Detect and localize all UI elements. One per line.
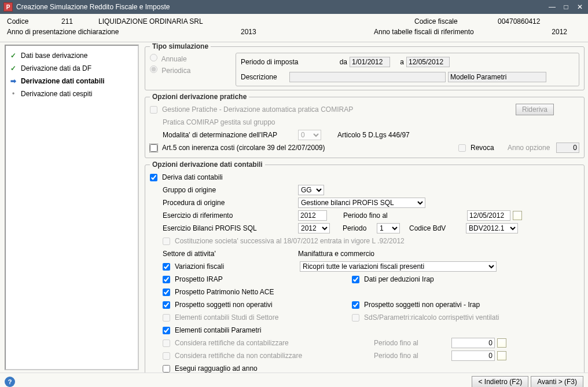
prospetto-ace-label: Prospetto Patrimonio Netto ACE	[175, 288, 274, 296]
prospetto-nonop-irap-checkbox[interactable]	[352, 301, 359, 309]
descrizione-label: Descrizione	[241, 73, 287, 81]
rett-noncont-label: Considera rettifiche da non contabilizza…	[175, 352, 372, 360]
esercizio-bil-select[interactable]: 2012	[298, 223, 330, 233]
prospetto-nonop-checkbox[interactable]	[163, 301, 170, 309]
revoca-checkbox	[458, 144, 466, 152]
titlebar: P Creazione Simulazione Reddito Fiscale …	[0, 0, 588, 14]
rett-noncont-checkbox	[163, 352, 170, 360]
avanti-button[interactable]: Avanti > (F3)	[531, 376, 583, 388]
esercizio-rif-input[interactable]	[298, 210, 327, 221]
procedura-select[interactable]: Gestione bilanci PROFIS SQL	[298, 198, 425, 208]
gruppo-label: Pratica COMIRAP gestita sul gruppo	[163, 118, 275, 126]
parametri-label: Elementi contabili Parametri	[175, 326, 261, 334]
app-icon: P	[3, 2, 13, 12]
calendar-icon[interactable]	[497, 351, 506, 360]
codice-value: 211	[61, 17, 84, 25]
main-panel: Tipo simulazione Annuale Periodica Perio…	[141, 42, 588, 373]
minimize-button[interactable]: —	[547, 3, 557, 11]
modalita-label: Modalita' di determinazione dell'IRAP	[163, 131, 296, 139]
close-button[interactable]: ✕	[575, 3, 585, 11]
rett-cont-label: Considera rettifiche da contabilizzare	[175, 339, 372, 347]
tipo-legend: Tipo simulazione	[150, 42, 211, 50]
ragguaglio-label: Esegui ragguaglio ad anno	[175, 364, 258, 373]
ricopri-select[interactable]: Ricopri tutte le variazioni fiscali pres…	[300, 261, 497, 272]
ragguaglio-checkbox[interactable]	[163, 365, 170, 373]
rett-cont-input[interactable]	[451, 338, 495, 348]
nav-derivazione-cespiti[interactable]: • Derivazione dati cespiti	[8, 87, 135, 100]
anno-opzione-input	[556, 143, 579, 153]
maximize-button[interactable]: □	[561, 3, 571, 11]
nav-label: Derivazione dati da DF	[21, 64, 91, 72]
anno-tab-value: 2012	[521, 28, 567, 36]
gestione-pratiche-label: Gestione Pratiche - Derivazione automati…	[162, 105, 513, 114]
nav-derivazione-df[interactable]: ✓ Derivazione dati da DF	[8, 62, 135, 75]
pratiche-legend: Opzioni derivazione pratiche	[150, 93, 249, 101]
radio-annuale-label: Annuale	[150, 54, 231, 63]
prospetto-irap-checkbox[interactable]	[163, 276, 170, 283]
anno-pres-value: 2013	[241, 28, 360, 36]
revoca-label: Revoca	[471, 144, 505, 152]
contabili-group: Opzioni derivazione dati contabili Deriv…	[145, 160, 585, 373]
codice-bdv-select[interactable]: BDV2012.1	[466, 223, 518, 233]
deriva-label: Deriva dati contabili	[162, 173, 223, 181]
da-label: da	[330, 58, 347, 66]
gestione-pratiche-checkbox	[150, 106, 157, 114]
modalita-select: 0	[298, 130, 321, 140]
nav-label: Derivazione dati contabili	[21, 77, 105, 85]
a-input	[406, 57, 450, 67]
variazioni-checkbox[interactable]	[163, 263, 170, 271]
window-title: Creazione Simulazione Reddito Fiscale e …	[16, 3, 547, 11]
esercizio-rif-label: Esercizio di riferimento	[163, 211, 296, 220]
codice-label: Codice	[7, 17, 47, 25]
periodo-fino-rett2-label: Periodo fino al	[374, 352, 449, 360]
modello-input	[448, 72, 546, 82]
radio-periodica	[150, 65, 157, 73]
sds-checkbox	[352, 314, 359, 322]
descrizione-input	[289, 72, 446, 82]
parametri-checkbox[interactable]	[163, 327, 170, 334]
arrow-icon: ➡	[9, 77, 17, 85]
dati-deduzioni-label: Dati per deduzioni Irap	[364, 275, 434, 283]
a-label: a	[392, 58, 404, 66]
prospetto-ace-checkbox[interactable]	[163, 289, 170, 296]
dati-deduzioni-checkbox[interactable]	[352, 276, 359, 283]
costituzione-checkbox	[163, 238, 170, 245]
articolo-label: Articolo 5 D.Lgs 446/97	[337, 131, 410, 139]
gruppo-origine-select[interactable]: GG	[298, 185, 324, 195]
art5-checkbox[interactable]	[150, 144, 157, 152]
prospetto-nonop-irap-label: Prospetto soggetti non operativi - Irap	[364, 301, 480, 309]
rideriva-button: Rideriva	[516, 104, 554, 115]
deriva-checkbox[interactable]	[150, 174, 157, 181]
indietro-button[interactable]: < Indietro (F2)	[472, 376, 528, 388]
prospetto-nonop-label: Prospetto soggetti non operativi	[175, 301, 350, 309]
calendar-icon[interactable]	[497, 338, 506, 348]
studi-label: Elementi contabili Studi di Settore	[175, 313, 350, 322]
anno-pres-label: Anno di presentazione dichiarazione	[7, 28, 227, 36]
esercizio-bil-label: Esercizio Bilanci PROFIS SQL	[163, 224, 296, 232]
anno-tab-label: Anno tabelle fiscali di riferimento	[374, 28, 507, 36]
company-name: LIQUIDAZIONE ORDINARIA SRL	[98, 17, 400, 25]
periodo-fino-rett-label: Periodo fino al	[374, 339, 449, 347]
nav-label: Derivazione dati cespiti	[21, 90, 92, 98]
da-input	[350, 57, 390, 67]
rett-noncont-input[interactable]	[451, 351, 495, 361]
periodo-imposta-label: Periodo di imposta	[241, 58, 328, 66]
footer: ? < Indietro (F2) Avanti > (F3)	[0, 373, 588, 387]
art5-label: Art.5 con inerenza costi (circolare 39 d…	[162, 144, 456, 152]
procedura-label: Procedura di origine	[163, 199, 296, 207]
nav-dati-base[interactable]: ✓ Dati base derivazione	[8, 49, 135, 62]
contabili-legend: Opzioni derivazione dati contabili	[150, 160, 265, 169]
help-icon[interactable]: ?	[5, 377, 15, 387]
variazioni-label: Variazioni fiscali	[175, 262, 297, 271]
periodo-fino-label: Periodo fino al	[343, 211, 465, 220]
periodo-fino-input[interactable]	[467, 210, 510, 221]
nav-derivazione-contabili[interactable]: ➡ Derivazione dati contabili	[8, 75, 135, 87]
radio-periodica-label: Periodica	[150, 65, 231, 75]
gruppo-origine-label: Gruppo di origine	[163, 186, 296, 194]
periodo-select[interactable]: 1	[377, 223, 400, 233]
anno-opzione-label: Anno opzione	[508, 144, 554, 152]
settore-label: Settore di attivita'	[163, 250, 296, 258]
sds-label: SdS/Parametri:ricalcolo corrispettivi ve…	[364, 313, 499, 322]
check-icon: ✓	[9, 64, 17, 72]
calendar-icon[interactable]	[513, 211, 522, 220]
